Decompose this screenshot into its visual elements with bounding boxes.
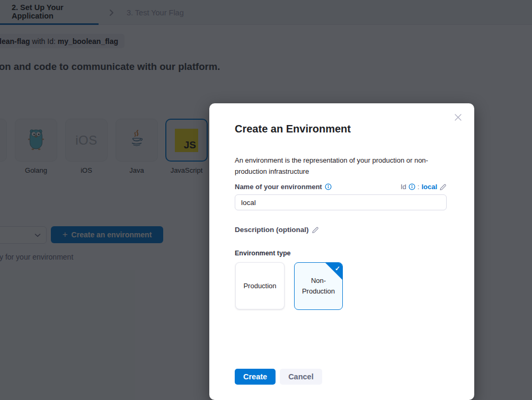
id-field-group: Id : local: [401, 183, 447, 191]
create-environment-modal: Create an Environment An environment is …: [209, 103, 474, 400]
pencil-icon[interactable]: [439, 183, 447, 191]
type-card-non-production[interactable]: ✓ Non-Production: [294, 262, 343, 310]
id-separator: :: [418, 183, 420, 191]
info-icon[interactable]: [409, 183, 415, 190]
description-field-label: Description (optional): [235, 226, 309, 234]
description-field-row[interactable]: Description (optional): [235, 226, 319, 234]
environment-name-input[interactable]: [235, 194, 447, 210]
name-field-row: Name of your environment Id : local: [235, 183, 447, 191]
create-button[interactable]: Create: [235, 369, 276, 385]
close-icon[interactable]: [452, 112, 464, 124]
environment-type-label: Environment type: [235, 250, 291, 257]
id-value: local: [421, 183, 437, 191]
type-card-production[interactable]: Production: [235, 262, 285, 309]
info-icon[interactable]: [325, 183, 332, 190]
check-icon: ✓: [335, 263, 340, 274]
app-screen: 2. Set Up Your Application 3. Test Your …: [0, 0, 532, 400]
modal-button-row: Create Cancel: [235, 369, 322, 385]
modal-title: Create an Environment: [235, 123, 351, 135]
name-field-label: Name of your environment: [235, 183, 322, 191]
id-field-label: Id: [401, 183, 406, 191]
modal-description: An environment is the representation of …: [235, 155, 448, 177]
type-card-production-label: Production: [243, 281, 276, 291]
pencil-icon[interactable]: [312, 226, 319, 234]
cancel-button[interactable]: Cancel: [280, 369, 322, 385]
name-field-label-group: Name of your environment: [235, 183, 332, 191]
